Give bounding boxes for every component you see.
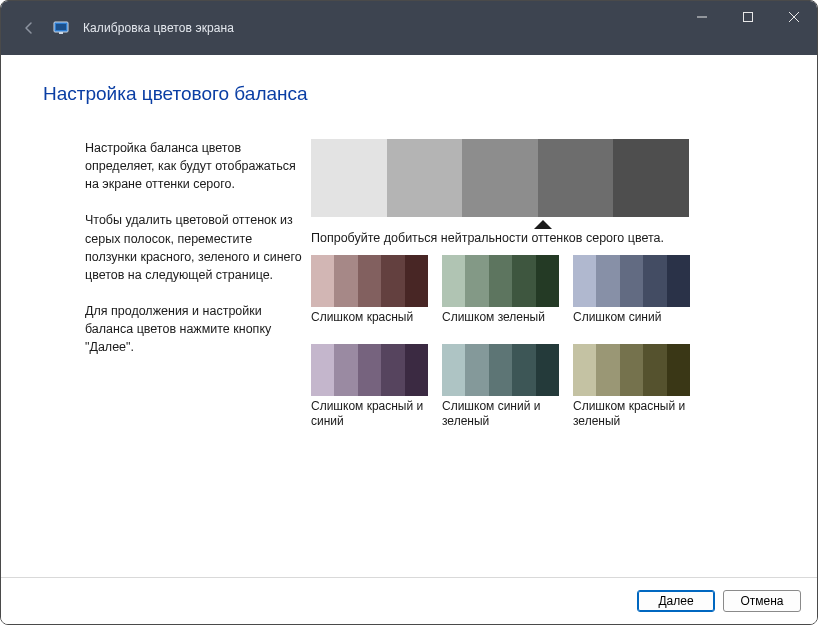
color-sample: Слишком синий	[573, 255, 690, 340]
swatch-step	[381, 255, 404, 307]
window-title: Калибровка цветов экрана	[83, 21, 234, 35]
swatch-label: Слишком красный и синий	[311, 399, 428, 429]
swatch-row	[442, 255, 559, 307]
swatch-step	[620, 255, 643, 307]
color-sample: Слишком красный	[311, 255, 428, 340]
maximize-button[interactable]	[725, 1, 771, 33]
neutral-instruction: Попробуйте добиться нейтральности оттенк…	[311, 231, 689, 245]
titlebar: Калибровка цветов экрана	[1, 1, 817, 55]
swatch-step	[596, 255, 619, 307]
footer: Далее Отмена	[1, 577, 817, 624]
svg-rect-3	[744, 13, 753, 22]
grayscale-step	[311, 139, 387, 217]
swatch-step	[536, 255, 559, 307]
color-sample: Слишком красный и зеленый	[573, 344, 690, 429]
sample-grid: Слишком красныйСлишком зеленыйСлишком си…	[311, 255, 690, 429]
content-area: Настройка цветового баланса Настройка ба…	[1, 55, 817, 577]
swatch-step	[311, 344, 334, 396]
body-row: Настройка баланса цветов определяет, как…	[43, 139, 775, 429]
swatch-step	[573, 255, 596, 307]
grayscale-step	[387, 139, 463, 217]
swatch-row	[311, 255, 428, 307]
minimize-button[interactable]	[679, 1, 725, 33]
swatch-step	[573, 344, 596, 396]
swatch-step	[334, 255, 357, 307]
cancel-button[interactable]: Отмена	[723, 590, 801, 612]
swatch-step	[512, 344, 535, 396]
swatch-step	[512, 255, 535, 307]
close-button[interactable]	[771, 1, 817, 33]
swatch-step	[405, 344, 428, 396]
instruction-p1: Настройка баланса цветов определяет, как…	[85, 139, 305, 193]
swatch-step	[620, 344, 643, 396]
grayscale-step	[462, 139, 538, 217]
svg-rect-1	[56, 24, 66, 30]
color-sample: Слишком зеленый	[442, 255, 559, 340]
color-sample: Слишком синий и зеленый	[442, 344, 559, 429]
swatch-step	[334, 344, 357, 396]
swatch-step	[358, 255, 381, 307]
grayscale-step	[613, 139, 689, 217]
instruction-p3: Для продолжения и настройки баланса цвет…	[85, 302, 305, 356]
window-controls	[679, 1, 817, 55]
swatch-step	[442, 344, 465, 396]
swatch-row	[442, 344, 559, 396]
next-button[interactable]: Далее	[637, 590, 715, 612]
preview-area: Попробуйте добиться нейтральности оттенк…	[311, 139, 775, 429]
swatch-step	[489, 344, 512, 396]
instruction-text: Настройка баланса цветов определяет, как…	[43, 139, 305, 429]
page-title: Настройка цветового баланса	[43, 83, 775, 105]
swatch-step	[465, 255, 488, 307]
grayscale-step	[538, 139, 614, 217]
svg-rect-2	[59, 32, 63, 34]
swatch-step	[536, 344, 559, 396]
swatch-step	[381, 344, 404, 396]
back-button	[19, 18, 39, 38]
swatch-label: Слишком зеленый	[442, 310, 545, 340]
swatch-step	[596, 344, 619, 396]
swatch-step	[643, 344, 666, 396]
swatch-label: Слишком синий	[573, 310, 661, 340]
swatch-step	[358, 344, 381, 396]
swatch-step	[465, 344, 488, 396]
grayscale-bar	[311, 139, 689, 217]
app-icon	[53, 20, 69, 36]
titlebar-left: Калибровка цветов экрана	[1, 1, 679, 55]
swatch-label: Слишком красный	[311, 310, 413, 340]
swatch-step	[489, 255, 512, 307]
instruction-p2: Чтобы удалить цветовой оттенок из серых …	[85, 211, 305, 284]
swatch-step	[405, 255, 428, 307]
color-sample: Слишком красный и синий	[311, 344, 428, 429]
swatch-label: Слишком красный и зеленый	[573, 399, 690, 429]
swatch-step	[667, 344, 690, 396]
swatch-row	[573, 344, 690, 396]
swatch-step	[643, 255, 666, 307]
swatch-step	[667, 255, 690, 307]
swatch-label: Слишком синий и зеленый	[442, 399, 559, 429]
wizard-window: Калибровка цветов экрана Настройка цвето…	[0, 0, 818, 625]
swatch-row	[573, 255, 690, 307]
swatch-step	[311, 255, 334, 307]
pointer-up-icon	[534, 220, 552, 229]
swatch-row	[311, 344, 428, 396]
swatch-step	[442, 255, 465, 307]
